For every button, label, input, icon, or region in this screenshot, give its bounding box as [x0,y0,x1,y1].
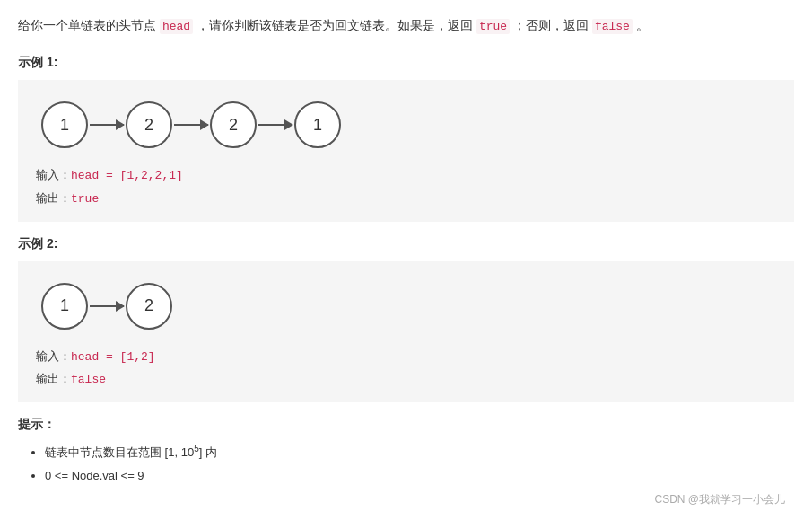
example2-node-2: 2 [126,283,172,330]
example1-input-label: 输入： [36,168,71,181]
example2-block: 1 2 输入：head = [1,2] 输出：false [18,261,794,402]
hint-item-2-text: 0 <= Node.val <= 9 [45,469,144,482]
hints-section: 提示： 链表中节点数目在范围 [1, 105] 内 0 <= Node.val … [18,417,794,488]
hints-list: 链表中节点数目在范围 [1, 105] 内 0 <= Node.val <= 9 [18,440,794,488]
example1-output-val: true [71,192,99,206]
hint-item-1-text: 链表中节点数目在范围 [1, 105] 内 [45,445,217,459]
example2-arrow-1 [90,305,124,307]
desc-suffix: 。 [633,18,649,32]
example2-output-label: 输出： [36,372,71,385]
example1-output-line: 输出：true [36,188,780,211]
hints-title: 提示： [18,417,794,433]
example2-output-line: 输出：false [36,368,780,392]
example1-node-3: 2 [210,101,257,148]
example1-block: 1 2 2 1 输入：head = [1,2,2,1] 输出：true [18,80,794,221]
example2-title: 示例 2: [18,236,794,252]
example1-output-label: 输出： [36,191,71,205]
example1-node-2: 2 [126,101,172,148]
desc-separator: ；否则，返回 [510,18,592,32]
description: 给你一个单链表的头节点 head ，请你判断该链表是否为回文链表。如果是，返回 … [18,14,794,37]
desc-code-head: head [160,19,193,34]
example1-input-code: head = [1,2,2,1] [71,169,183,182]
example2-input-code: head = [1,2] [71,350,155,364]
hint-item-2: 0 <= Node.val <= 9 [45,464,794,488]
hint-item-1: 链表中节点数目在范围 [1, 105] 内 [45,440,794,464]
example2-node-1: 1 [41,283,88,330]
desc-middle: ，请你判断该链表是否为回文链表。如果是，返回 [193,18,476,32]
desc-code-false: false [592,19,633,34]
example1-title: 示例 1: [18,55,794,71]
example1-input-line: 输入：head = [1,2,2,1] [36,164,780,188]
example1-node-1: 1 [41,101,88,148]
example1-section: 示例 1: 1 2 2 1 输入：head = [1,2,2,1] 输出：tru… [18,55,794,221]
example1-diagram: 1 2 2 1 [32,93,780,154]
desc-code-true: true [476,19,510,34]
example1-arrow-1 [90,124,124,126]
example1-arrow-2 [174,124,208,126]
watermark: CSDN @我就学习一小会儿 [654,492,785,507]
example2-input-line: 输入：head = [1,2] [36,346,780,369]
desc-prefix: 给你一个单链表的头节点 [18,18,160,32]
example1-arrow-3 [258,124,292,126]
example1-info: 输入：head = [1,2,2,1] 输出：true [32,164,780,210]
example1-node-4: 1 [294,101,341,148]
example2-section: 示例 2: 1 2 输入：head = [1,2] 输出：false [18,236,794,402]
example2-input-label: 输入： [36,349,71,363]
example2-diagram: 1 2 [32,274,780,335]
example2-output-val: false [71,373,106,386]
example2-info: 输入：head = [1,2] 输出：false [32,346,780,392]
